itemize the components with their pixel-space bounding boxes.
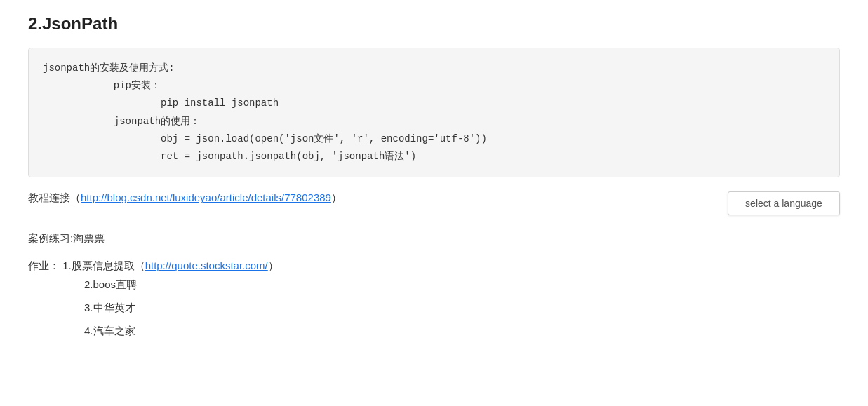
homework-prefix: 作业： 1.股票信息提取（	[28, 259, 145, 271]
tutorial-link-text: 教程连接（http://blog.csdn.net/luxideyao/arti…	[28, 191, 342, 205]
page-title: 2.JsonPath	[28, 14, 840, 34]
select-language-button[interactable]: select a language	[728, 191, 840, 215]
homework-link-anchor[interactable]: http://quote.stockstar.com/	[145, 259, 268, 271]
tutorial-link-row: 教程连接（http://blog.csdn.net/luxideyao/arti…	[28, 191, 840, 215]
homework-row: 作业： 1.股票信息提取（http://quote.stockstar.com/…	[28, 259, 840, 273]
case-study-text: 案例练习:淘票票	[28, 232, 840, 245]
homework-link-suffix: ）	[268, 259, 279, 271]
code-block: jsonpath的安装及使用方式: pip安装： pip install jso…	[28, 48, 840, 177]
content-area: 教程连接（http://blog.csdn.net/luxideyao/arti…	[28, 191, 840, 338]
sub-item-3: 4.汽车之家	[84, 325, 840, 338]
tutorial-link-prefix: 教程连接（	[28, 191, 81, 203]
tutorial-link-suffix: ）	[331, 191, 342, 203]
tutorial-link-anchor[interactable]: http://blog.csdn.net/luxideyao/article/d…	[81, 191, 331, 203]
sub-item-2: 3.中华英才	[84, 302, 840, 315]
sub-item-1: 2.boos直聘	[84, 278, 840, 292]
